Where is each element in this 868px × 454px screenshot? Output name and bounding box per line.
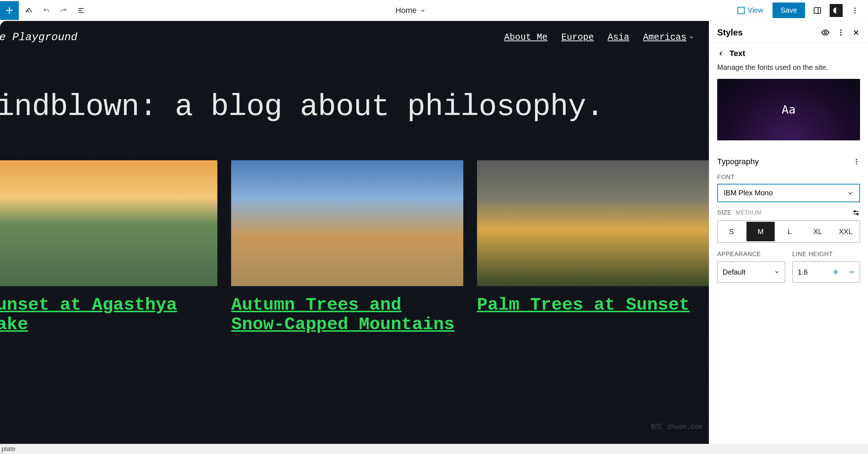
svg-point-9 xyxy=(856,159,857,160)
decrement-button[interactable]: − xyxy=(844,266,860,278)
sidebar-title: Styles xyxy=(717,27,743,38)
post-title-link[interactable]: Autumn Trees and Snow-Capped Mountains xyxy=(231,296,463,335)
font-label: FONT xyxy=(709,170,868,184)
post-image xyxy=(0,160,217,286)
chevron-left-icon xyxy=(717,50,724,57)
size-option-s[interactable]: S xyxy=(718,221,745,242)
line-height-label: LINE HEIGHT xyxy=(792,251,860,262)
post-card[interactable]: Palm Trees at Sunset xyxy=(477,160,709,335)
watermark: 智汇 zhuon.com xyxy=(650,422,702,431)
font-select[interactable]: IBM Plex Mono xyxy=(717,184,860,202)
desktop-icon xyxy=(737,7,745,14)
undo-icon[interactable] xyxy=(39,3,54,18)
redo-icon[interactable] xyxy=(56,3,71,18)
sidebar-description: Manage the fonts used on the site. xyxy=(709,63,868,79)
custom-size-icon[interactable] xyxy=(852,209,860,217)
posts-grid: Sunset at Agasthya Lake Autumn Trees and… xyxy=(0,160,709,335)
svg-point-2 xyxy=(854,7,856,9)
size-segmented-control: S M L XL XXL xyxy=(717,220,860,243)
more-icon[interactable] xyxy=(853,158,860,165)
appearance-label: APPEARANCE xyxy=(717,251,785,262)
size-label: SIZE xyxy=(717,209,732,216)
svg-rect-0 xyxy=(814,8,821,13)
template-selector[interactable]: Home xyxy=(88,6,733,15)
nav-asia[interactable]: Asia xyxy=(608,32,629,43)
post-image xyxy=(477,160,709,286)
line-height-input[interactable]: 1.6 + − xyxy=(792,262,860,283)
svg-point-10 xyxy=(856,161,857,162)
svg-point-8 xyxy=(840,34,842,36)
template-name: Home xyxy=(395,6,417,15)
typography-preview[interactable]: Aa xyxy=(717,79,860,140)
chevron-down-icon xyxy=(689,34,694,40)
more-icon[interactable] xyxy=(848,3,862,18)
svg-point-5 xyxy=(824,31,826,34)
nav-europe[interactable]: Europe xyxy=(561,32,594,43)
nav-americas[interactable]: Americas xyxy=(643,32,694,43)
chevron-down-icon xyxy=(774,269,780,275)
size-option-m[interactable]: M xyxy=(746,222,774,241)
chevron-down-icon xyxy=(420,7,426,14)
post-card[interactable]: Sunset at Agasthya Lake xyxy=(0,160,217,335)
view-button[interactable]: View xyxy=(733,4,767,17)
svg-point-11 xyxy=(856,163,857,164)
appearance-select[interactable]: Default xyxy=(717,262,785,283)
stylebook-icon[interactable] xyxy=(821,28,830,37)
more-icon[interactable] xyxy=(837,29,845,37)
svg-point-12 xyxy=(854,211,856,212)
size-option-xxl[interactable]: XXL xyxy=(832,221,860,242)
svg-point-3 xyxy=(854,10,856,11)
chevron-down-icon xyxy=(847,190,854,196)
editor-toolbar: + Home View Save xyxy=(0,0,868,21)
typography-heading: Typography xyxy=(717,157,759,166)
svg-point-4 xyxy=(854,12,856,13)
edit-icon[interactable] xyxy=(22,3,36,18)
hero-heading[interactable]: Mindblown: a blog about philosophy. xyxy=(0,54,709,160)
post-image xyxy=(231,160,463,286)
post-title-link[interactable]: Palm Trees at Sunset xyxy=(477,296,709,315)
close-icon[interactable] xyxy=(852,29,860,37)
sidebar-toggle-icon[interactable] xyxy=(810,3,825,18)
add-block-button[interactable]: + xyxy=(0,1,19,20)
nav-about-me[interactable]: About Me xyxy=(504,32,548,43)
line-height-value: 1.6 xyxy=(793,268,828,276)
svg-point-6 xyxy=(840,30,842,31)
list-view-icon[interactable] xyxy=(74,3,88,18)
post-title-link[interactable]: Sunset at Agasthya Lake xyxy=(0,296,217,335)
svg-point-13 xyxy=(857,213,858,215)
styles-toggle-button[interactable] xyxy=(830,4,843,17)
increment-button[interactable]: + xyxy=(828,266,844,278)
size-value-label: MEDIUM xyxy=(736,209,762,216)
styles-sidebar: Styles Text Manage the fonts us xyxy=(709,21,868,454)
post-card[interactable]: Autumn Trees and Snow-Capped Mountains xyxy=(231,160,463,335)
editor-canvas[interactable]: he Playground About Me Europe Asia Ameri… xyxy=(0,21,709,444)
size-option-xl[interactable]: XL xyxy=(804,221,831,242)
size-option-l[interactable]: L xyxy=(776,221,804,242)
footer-breadcrumb[interactable]: plate xyxy=(0,444,868,454)
site-navigation: About Me Europe Asia Americas xyxy=(504,32,694,43)
svg-point-7 xyxy=(840,32,842,33)
sidebar-breadcrumb[interactable]: Text xyxy=(709,43,868,63)
save-button[interactable]: Save xyxy=(773,3,805,18)
site-title[interactable]: he Playground xyxy=(0,31,77,43)
